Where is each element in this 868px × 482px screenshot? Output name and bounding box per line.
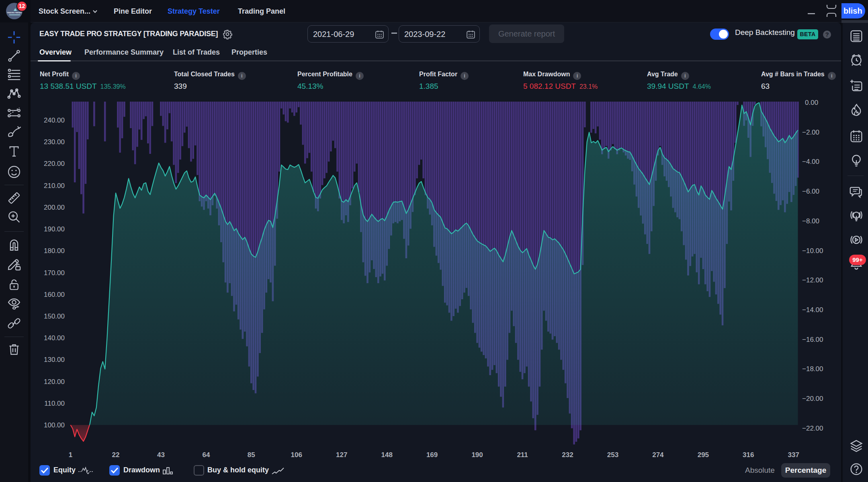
- svg-text:232: 232: [562, 451, 573, 459]
- svg-text:−20.00: −20.00: [802, 395, 823, 402]
- svg-text:110.00: 110.00: [44, 400, 65, 407]
- svg-text:1: 1: [69, 451, 72, 459]
- svg-text:−6.00: −6.00: [802, 188, 819, 195]
- svg-text:85: 85: [248, 451, 255, 459]
- svg-text:316: 316: [743, 451, 754, 459]
- svg-text:148: 148: [381, 451, 393, 459]
- svg-text:169: 169: [426, 451, 438, 459]
- svg-text:100.00: 100.00: [44, 421, 65, 429]
- svg-text:220.00: 220.00: [44, 160, 65, 167]
- svg-text:106: 106: [291, 451, 302, 459]
- svg-text:−2.00: −2.00: [802, 129, 819, 136]
- svg-text:180.00: 180.00: [44, 247, 65, 255]
- svg-text:274: 274: [652, 451, 664, 459]
- svg-text:−18.00: −18.00: [802, 365, 823, 373]
- svg-text:140.00: 140.00: [44, 334, 65, 342]
- svg-text:160.00: 160.00: [44, 291, 65, 298]
- svg-text:295: 295: [698, 451, 709, 459]
- svg-text:240.00: 240.00: [44, 116, 65, 124]
- svg-text:−14.00: −14.00: [802, 306, 823, 314]
- svg-text:−22.00: −22.00: [802, 425, 823, 432]
- svg-text:190.00: 190.00: [44, 225, 65, 233]
- svg-text:337: 337: [788, 451, 799, 459]
- svg-text:211: 211: [517, 451, 528, 459]
- svg-text:127: 127: [336, 451, 347, 459]
- svg-text:120.00: 120.00: [44, 378, 65, 386]
- svg-text:−16.00: −16.00: [802, 336, 823, 343]
- svg-text:200.00: 200.00: [44, 204, 65, 211]
- svg-text:64: 64: [202, 451, 210, 459]
- svg-text:230.00: 230.00: [44, 138, 65, 146]
- svg-text:22: 22: [112, 451, 120, 459]
- svg-text:0.00: 0.00: [805, 99, 818, 106]
- svg-text:−10.00: −10.00: [802, 247, 823, 255]
- svg-text:−8.00: −8.00: [802, 217, 819, 225]
- svg-text:253: 253: [607, 451, 618, 459]
- svg-text:150.00: 150.00: [44, 312, 65, 320]
- svg-text:210.00: 210.00: [44, 182, 65, 190]
- svg-text:−4.00: −4.00: [802, 158, 819, 165]
- svg-text:170.00: 170.00: [44, 269, 65, 277]
- svg-text:190: 190: [471, 451, 483, 459]
- svg-text:43: 43: [157, 451, 165, 459]
- svg-text:−12.00: −12.00: [802, 276, 823, 284]
- svg-text:130.00: 130.00: [44, 356, 65, 364]
